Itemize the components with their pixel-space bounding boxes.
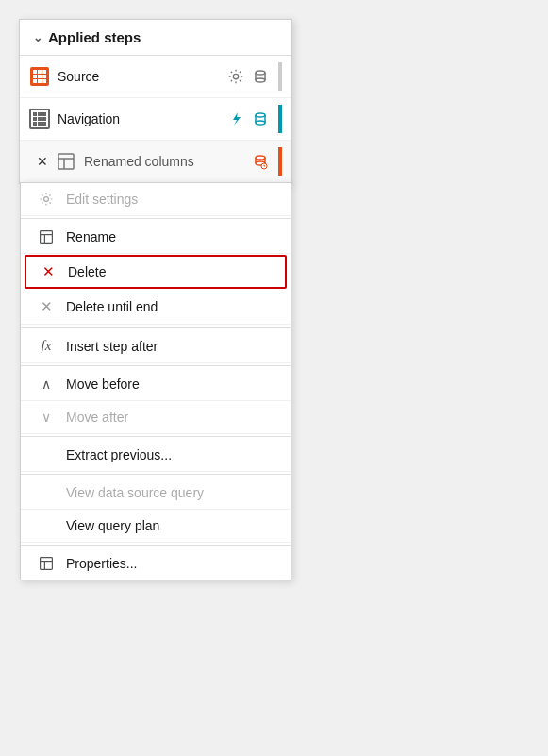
applied-steps-header: ⌄ Applied steps — [20, 20, 291, 56]
close-button[interactable]: ✕ — [29, 148, 56, 175]
menu-item-move-after[interactable]: ∨ Move after — [21, 401, 291, 434]
menu-item-view-query-plan[interactable]: View query plan — [21, 510, 291, 543]
menu-edit-settings-label: Edit settings — [66, 192, 138, 207]
menu-item-edit-settings[interactable]: Edit settings — [21, 183, 291, 216]
orange-separator — [278, 147, 282, 176]
context-menu: Edit settings Rename — [20, 182, 291, 580]
menu-view-query-plan-label: View query plan — [66, 518, 159, 533]
menu-delete-until-end-label: Delete until end — [66, 299, 158, 314]
step-source[interactable]: Source — [20, 56, 291, 98]
svg-point-19 — [44, 197, 49, 202]
svg-rect-23 — [41, 558, 53, 570]
separator — [278, 62, 282, 91]
menu-delete-icon: ✕ — [38, 263, 58, 280]
menu-delete-label: Delete — [68, 264, 106, 279]
gear-button[interactable] — [225, 66, 246, 87]
svg-point-4 — [256, 78, 265, 82]
menu-item-move-before[interactable]: ∧ Move before — [21, 368, 291, 401]
applied-steps-panel: ⌄ Applied steps Source — [19, 19, 292, 184]
menu-item-properties[interactable]: Properties... — [21, 547, 291, 580]
divider-2 — [21, 327, 291, 328]
renamed-columns-icon — [56, 151, 76, 172]
teal-separator — [278, 105, 282, 133]
menu-item-view-data-source-query[interactable]: View data source query — [21, 477, 291, 510]
menu-move-before-label: Move before — [66, 377, 140, 392]
svg-point-0 — [233, 74, 238, 78]
divider-6 — [21, 545, 291, 546]
menu-item-extract-previous[interactable]: Extract previous... — [21, 439, 291, 472]
menu-item-insert-step-after[interactable]: fx Insert step after — [21, 329, 291, 363]
divider-1 — [21, 218, 291, 219]
menu-rename-icon — [36, 229, 57, 244]
cylinder-button[interactable] — [250, 66, 271, 87]
menu-properties-label: Properties... — [66, 556, 137, 571]
svg-rect-9 — [58, 154, 74, 169]
menu-extract-previous-label: Extract previous... — [66, 447, 172, 462]
menu-delete-until-end-icon: ✕ — [36, 298, 57, 315]
step-source-actions — [225, 62, 282, 91]
menu-move-after-label: Move after — [66, 410, 128, 425]
menu-chevron-up-icon: ∧ — [36, 377, 57, 392]
menu-gear-icon — [36, 192, 57, 207]
step-navigation-actions — [225, 105, 282, 133]
step-renamed-columns-label: Renamed columns — [84, 154, 250, 169]
menu-fx-icon: fx — [36, 338, 57, 354]
menu-view-data-source-query-label: View data source query — [66, 485, 204, 500]
step-renamed-actions — [250, 147, 282, 176]
svg-point-5 — [256, 113, 265, 117]
steps-list: Source — [20, 56, 291, 183]
step-renamed-columns[interactable]: ✕ Renamed columns — [20, 141, 291, 183]
menu-rename-label: Rename — [66, 229, 116, 244]
menu-insert-step-after-label: Insert step after — [66, 339, 158, 354]
menu-chevron-down-icon: ∨ — [36, 410, 57, 425]
menu-item-rename[interactable]: Rename — [21, 221, 291, 254]
divider-3 — [21, 365, 291, 366]
clock-cylinder-button[interactable] — [250, 151, 271, 172]
teal-cylinder-button[interactable] — [250, 109, 271, 129]
step-navigation[interactable]: Navigation — [20, 98, 291, 141]
menu-item-delete-until-end[interactable]: ✕ Delete until end — [21, 290, 291, 325]
source-icon — [29, 66, 50, 87]
navigation-icon — [29, 109, 50, 129]
teal-bolt-icon[interactable] — [225, 109, 246, 129]
panel-title: Applied steps — [48, 29, 141, 45]
chevron-icon: ⌄ — [33, 31, 42, 44]
svg-point-12 — [256, 156, 265, 160]
step-source-label: Source — [58, 69, 225, 84]
divider-5 — [21, 474, 291, 475]
divider-4 — [21, 436, 291, 437]
svg-rect-20 — [41, 231, 53, 244]
step-navigation-label: Navigation — [58, 111, 225, 126]
svg-point-8 — [256, 121, 265, 125]
menu-properties-icon — [36, 556, 57, 571]
svg-point-1 — [256, 71, 265, 75]
menu-item-delete[interactable]: ✕ Delete — [25, 255, 287, 289]
